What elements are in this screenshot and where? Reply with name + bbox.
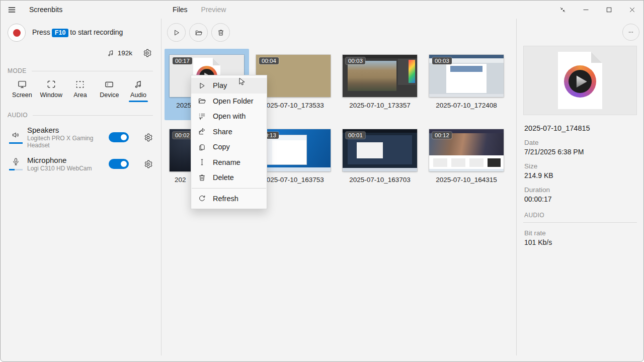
detail-file-name: 2025-07-10_174815 xyxy=(523,124,637,132)
menu-item-play[interactable]: Play xyxy=(191,78,267,94)
duration-badge: 00:01 xyxy=(346,132,365,139)
share-icon xyxy=(198,127,206,136)
duration-badge: 00:02 xyxy=(173,132,192,139)
detail-label: Duration xyxy=(524,186,637,194)
menu-item-copy[interactable]: Copy xyxy=(191,139,267,155)
play-icon xyxy=(198,81,206,90)
detail-duration: Duration00:00:17 xyxy=(523,186,637,203)
rename-icon xyxy=(198,158,206,166)
detail-rows: Date7/21/2025 6:38 PMSize214.9 KBDuratio… xyxy=(523,139,637,203)
duration-badge: 00:12 xyxy=(432,132,452,139)
detail-size: Size214.9 KB xyxy=(523,162,637,179)
detail-date: Date7/21/2025 6:38 PM xyxy=(523,139,637,156)
file-preview[interactable] xyxy=(523,46,637,115)
detail-audio-rows: Bit rate101 Kb/s xyxy=(523,229,637,246)
menu-item-rename[interactable]: Rename xyxy=(191,155,267,170)
file-item[interactable]: 00:012025-07-10_163703 xyxy=(338,123,422,195)
menu-item-label: Open with xyxy=(213,112,246,120)
details-panel: 2025-07-10_174815 Date7/21/2025 6:38 PMS… xyxy=(517,19,644,361)
detail-label: Size xyxy=(524,162,637,170)
file-item[interactable]: 00:122025-07-10_164315 xyxy=(424,123,509,195)
menu-item-label: Share xyxy=(213,128,232,136)
menu-separator xyxy=(192,188,266,189)
detail-value: 214.9 KB xyxy=(524,171,637,179)
menu-item-refresh[interactable]: Refresh xyxy=(191,191,267,207)
file-item[interactable]: 00:032025-07-10_172408 xyxy=(424,49,509,120)
detail-audio-section-header: AUDIO xyxy=(523,212,637,223)
file-thumbnail[interactable]: 00:04 xyxy=(256,55,331,97)
duration-badge: 00:17 xyxy=(173,57,192,64)
duration-badge: 00:03 xyxy=(432,57,452,64)
duration-badge: 00:04 xyxy=(259,57,279,64)
duration-badge: 00:03 xyxy=(346,57,365,64)
detail-label: Date xyxy=(524,139,637,146)
file-name-caption: 2025-07-10_173357 xyxy=(338,102,422,109)
open-folder-icon xyxy=(198,97,206,105)
file-name-caption: 2025-07-10_172408 xyxy=(424,102,509,109)
app-window: Screenbits FilesPreview PressF10to start… xyxy=(0,0,644,362)
menu-item-open-folder[interactable]: Open Folder xyxy=(191,94,267,109)
menu-item-label: Refresh xyxy=(213,195,238,203)
file-thumbnail[interactable]: 00:13 xyxy=(256,129,331,171)
copy-icon xyxy=(198,143,206,151)
page-fold xyxy=(213,58,220,65)
mouse-cursor xyxy=(237,76,247,87)
file-thumbnail[interactable]: 00:03 xyxy=(429,55,504,97)
file-name-caption: 2025-07-10_164315 xyxy=(424,176,509,184)
file-thumbnail[interactable]: 00:01 xyxy=(343,129,417,171)
play-icon xyxy=(577,75,587,87)
page-fold xyxy=(591,52,602,63)
menu-item-label: Copy xyxy=(213,143,230,151)
context-menu: PlayOpen FolderOpen withShareCopyRenameD… xyxy=(191,75,267,209)
detail-label: Bit rate xyxy=(524,229,637,237)
detail-value: 101 Kb/s xyxy=(524,238,637,246)
detail-bit-rate: Bit rate101 Kb/s xyxy=(523,229,637,246)
trash-icon xyxy=(198,173,206,182)
video-file-icon xyxy=(558,52,602,109)
player-ring xyxy=(564,65,596,98)
file-item[interactable]: 00:032025-07-10_173357 xyxy=(338,49,422,120)
detail-audio-section-label: AUDIO xyxy=(524,212,544,219)
menu-item-share[interactable]: Share xyxy=(191,124,267,140)
menu-item-delete[interactable]: Delete xyxy=(191,170,267,186)
refresh-icon xyxy=(198,194,206,203)
detail-value: 00:00:17 xyxy=(524,195,637,203)
open-with-icon xyxy=(198,112,206,121)
menu-item-label: Open Folder xyxy=(213,97,254,105)
menu-item-label: Delete xyxy=(213,173,234,182)
file-name-caption: 2025-07-10_163703 xyxy=(338,176,422,184)
menu-item-label: Play xyxy=(213,81,227,89)
menu-item-open-with[interactable]: Open with xyxy=(191,109,267,124)
detail-value: 7/21/2025 6:38 PM xyxy=(524,148,637,156)
menu-item-label: Rename xyxy=(213,158,240,166)
file-thumbnail[interactable]: 00:03 xyxy=(343,55,417,97)
file-thumbnail[interactable]: 00:12 xyxy=(429,129,504,171)
